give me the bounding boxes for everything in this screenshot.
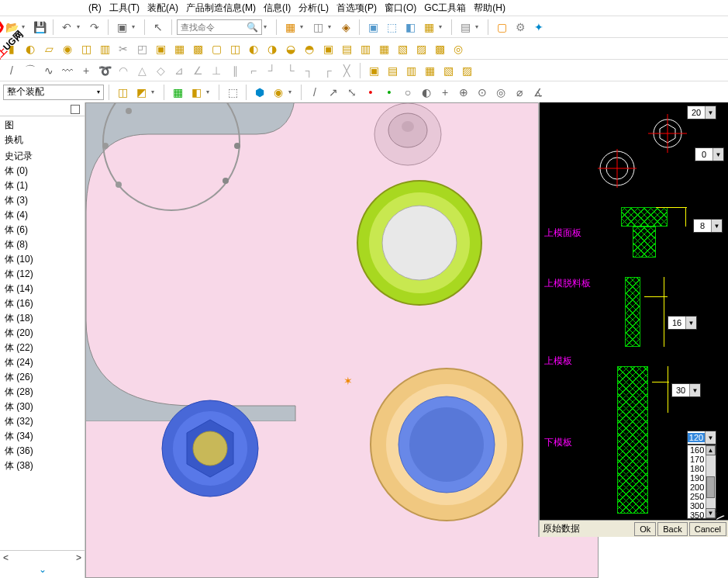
curve1-icon[interactable]: ◠: [115, 62, 132, 79]
p11-icon[interactable]: ◎: [492, 84, 509, 101]
assembly-selector[interactable]: 整个装配 ▾: [3, 85, 104, 100]
cube2-icon[interactable]: ⬚: [383, 19, 400, 36]
tree-item-body[interactable]: 体 (22): [2, 341, 83, 355]
tree-item-body[interactable]: 体 (8): [2, 237, 83, 252]
gear-icon[interactable]: ⚙: [512, 19, 529, 36]
param-combo-c3[interactable]: 8▼: [693, 219, 723, 233]
star-icon[interactable]: ✦: [530, 19, 547, 36]
panel-toggle-icon[interactable]: [71, 105, 80, 114]
cube13-icon[interactable]: ▦: [375, 40, 392, 57]
back-button[interactable]: Back: [657, 522, 687, 536]
window-icon[interactable]: ▣: [113, 19, 130, 36]
tree-item-body[interactable]: 体 (10): [2, 252, 83, 267]
spline-icon[interactable]: 〰: [59, 62, 76, 79]
hole-icon[interactable]: ◉: [59, 40, 76, 57]
curve3-icon[interactable]: ◇: [152, 62, 169, 79]
tree-item[interactable]: 换机: [2, 133, 83, 147]
tree-item-body[interactable]: 体 (38): [2, 459, 83, 473]
command-search[interactable]: 🔍: [177, 19, 262, 35]
cube17-icon[interactable]: ◎: [450, 40, 467, 57]
extrude-icon[interactable]: ▮: [3, 40, 20, 57]
dropdown-icon[interactable]: ▾: [77, 23, 85, 30]
diamond-icon[interactable]: ◈: [337, 19, 354, 36]
tree-item-body[interactable]: 体 (12): [2, 267, 83, 282]
menu-assembly[interactable]: 装配(A): [144, 0, 181, 16]
cube6-icon[interactable]: ◐: [245, 40, 262, 57]
dropdown-icon[interactable]: ▾: [206, 88, 214, 95]
curve8-icon[interactable]: ⌐: [245, 62, 262, 79]
trim-icon[interactable]: ✂: [115, 40, 132, 57]
collapse-chevron-icon[interactable]: ⌄: [0, 564, 85, 578]
menu-pmi[interactable]: 产品制造信息(M): [183, 0, 259, 16]
param-combo-c5[interactable]: 30▼: [671, 383, 701, 397]
menu-help[interactable]: 帮助(H): [471, 0, 509, 16]
tree-item-body[interactable]: 体 (28): [2, 385, 83, 400]
p13-icon[interactable]: ∡: [530, 84, 547, 101]
a1-icon[interactable]: ◫: [114, 84, 131, 101]
dropdown-icon[interactable]: ▼: [705, 431, 716, 444]
tree-item-body[interactable]: 体 (14): [2, 282, 83, 296]
menu-window[interactable]: 窗口(O): [381, 0, 419, 16]
tree-item-body[interactable]: 体 (0): [2, 164, 83, 178]
menu-gc-toolbox[interactable]: GC工具箱: [421, 0, 469, 16]
tree-item-body[interactable]: 体 (32): [2, 414, 83, 429]
dropdown-icon[interactable]: ▼: [685, 317, 696, 329]
p12-icon[interactable]: ⌀: [511, 84, 528, 101]
g1-icon[interactable]: ▣: [365, 62, 382, 79]
cube5-icon[interactable]: ◫: [226, 40, 243, 57]
curve13-icon[interactable]: ╳: [338, 62, 355, 79]
dropdown-icon[interactable]: ▾: [300, 23, 308, 30]
curve2-icon[interactable]: △: [133, 62, 150, 79]
mirror-icon[interactable]: ▥: [96, 40, 113, 57]
scroll-up-icon[interactable]: ▲: [706, 445, 716, 455]
cube-icon[interactable]: ▣: [364, 19, 381, 36]
curve11-icon[interactable]: ┐: [301, 62, 318, 79]
cube3-icon[interactable]: ◧: [402, 19, 419, 36]
g6-icon[interactable]: ▨: [458, 62, 475, 79]
a6-icon[interactable]: ⬢: [251, 84, 268, 101]
wave-icon[interactable]: ∿: [40, 62, 57, 79]
cube11-icon[interactable]: ▤: [338, 40, 355, 57]
dropdown-icon[interactable]: ▾: [475, 23, 483, 30]
dropdown-icon[interactable]: ▼: [712, 148, 723, 161]
tree-item-body[interactable]: 体 (1): [2, 178, 83, 193]
p9-icon[interactable]: ⊕: [455, 84, 472, 101]
save-icon[interactable]: 💾: [31, 19, 48, 36]
dropdown-icon[interactable]: ▾: [22, 23, 29, 30]
draft-icon[interactable]: ▱: [40, 40, 57, 57]
dropdown-icon[interactable]: ▼: [711, 220, 722, 232]
tree-item-body[interactable]: 体 (4): [2, 208, 83, 223]
curve4-icon[interactable]: ⊿: [171, 62, 188, 79]
p5-icon[interactable]: •: [381, 84, 398, 101]
tree-item-body[interactable]: 体 (30): [2, 400, 83, 414]
menu-analysis[interactable]: 分析(L): [295, 0, 332, 16]
scene[interactable]: ✶: [85, 102, 599, 578]
p1-icon[interactable]: /: [306, 84, 323, 101]
curve10-icon[interactable]: └: [282, 62, 299, 79]
tree-item-body[interactable]: 体 (24): [2, 355, 83, 370]
layer-icon[interactable]: ▤: [457, 19, 474, 36]
undo-icon[interactable]: ↶: [58, 19, 75, 36]
ok-button[interactable]: Ok: [634, 522, 656, 536]
tree-item-body[interactable]: 体 (18): [2, 311, 83, 326]
dropdown-icon[interactable]: ▾: [264, 23, 271, 30]
p6-icon[interactable]: ○: [399, 84, 416, 101]
cube2-icon[interactable]: ▦: [171, 40, 188, 57]
scroll-right-icon[interactable]: >: [76, 552, 81, 563]
g3-icon[interactable]: ▥: [402, 62, 419, 79]
dropdown-icon[interactable]: ▾: [151, 88, 159, 95]
g4-icon[interactable]: ▦: [421, 62, 438, 79]
p7-icon[interactable]: ◐: [418, 84, 435, 101]
cancel-button[interactable]: Cancel: [689, 522, 726, 536]
box-icon[interactable]: ▢: [493, 19, 510, 36]
g5-icon[interactable]: ▧: [440, 62, 457, 79]
p4-icon[interactable]: •: [362, 84, 379, 101]
search-icon[interactable]: 🔍: [247, 22, 258, 33]
p2-icon[interactable]: ↗: [325, 84, 342, 101]
p8-icon[interactable]: +: [436, 84, 454, 101]
model-tree[interactable]: 图换机史记录体 (0)体 (1)体 (3)体 (4)体 (6)体 (8)体 (1…: [0, 116, 85, 550]
menu-preferences[interactable]: 首选项(P): [333, 0, 380, 16]
pattern-icon[interactable]: ◫: [78, 40, 95, 57]
dropdown-icon[interactable]: ▾: [328, 23, 336, 30]
curve6-icon[interactable]: ⊥: [208, 62, 225, 79]
